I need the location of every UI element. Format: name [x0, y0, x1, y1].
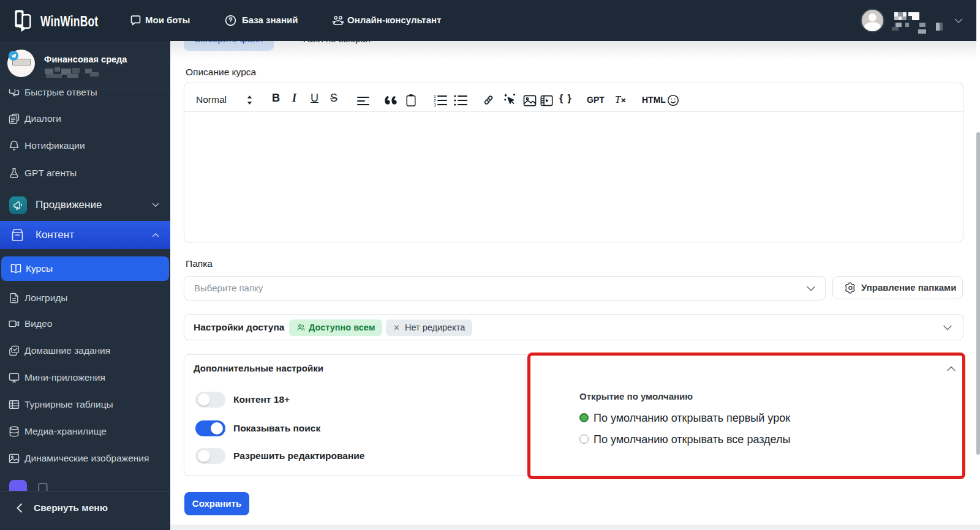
svg-text:3: 3 — [434, 103, 436, 106]
svg-text:2: 2 — [434, 99, 436, 103]
svg-text:1: 1 — [434, 94, 436, 99]
